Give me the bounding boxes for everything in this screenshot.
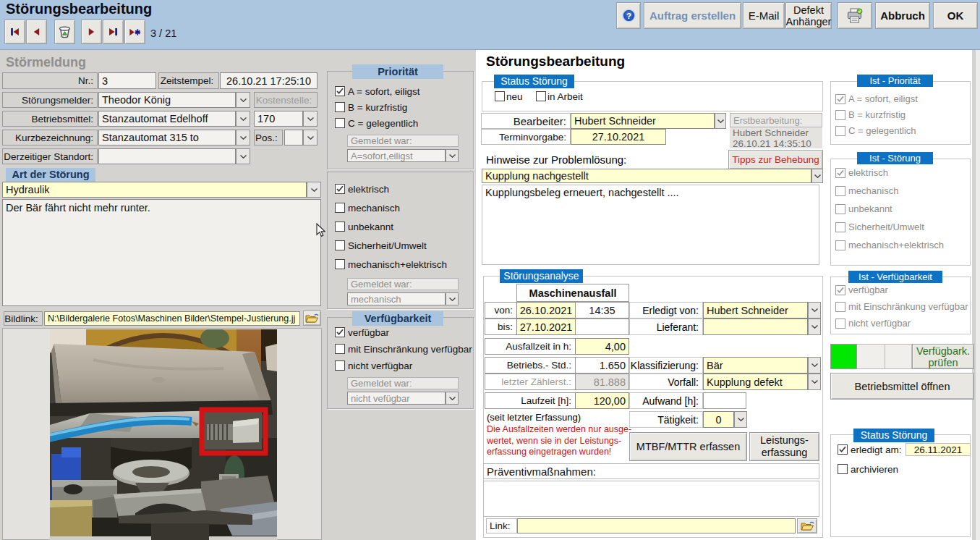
- svg-text:?: ?: [626, 12, 631, 20]
